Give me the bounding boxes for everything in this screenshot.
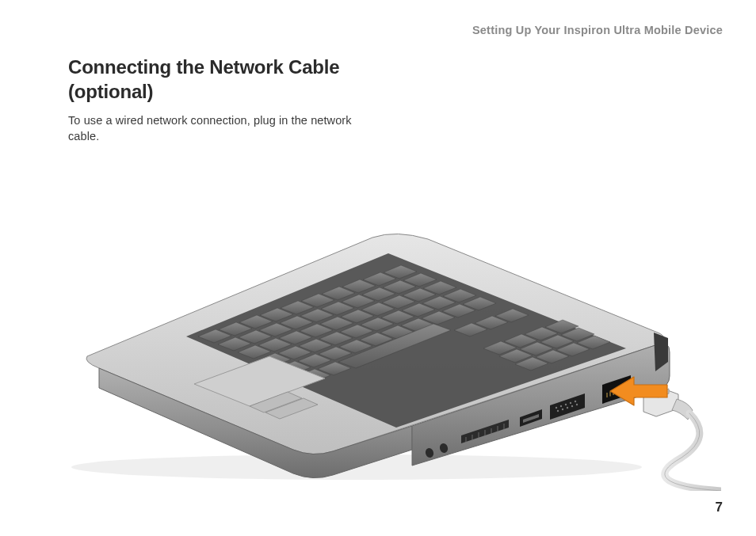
network-cable-icon (643, 389, 721, 491)
running-head: Setting Up Your Inspiron Ultra Mobile De… (472, 24, 723, 36)
svg-point-15 (571, 405, 573, 407)
svg-point-11 (575, 401, 576, 402)
svg-point-7 (556, 407, 557, 409)
svg-point-16 (576, 404, 578, 405)
svg-point-13 (562, 409, 563, 410)
section-body-text: To use a wired network connection, plug … (68, 112, 385, 145)
page-number: 7 (716, 500, 723, 515)
svg-point-14 (567, 407, 568, 409)
laptop-network-illustration (55, 230, 721, 491)
manual-page: Setting Up Your Inspiron Ultra Mobile De… (0, 0, 756, 536)
svg-point-12 (557, 410, 559, 412)
svg-point-8 (560, 405, 562, 407)
svg-point-9 (565, 404, 567, 405)
svg-point-10 (570, 402, 571, 404)
section-heading: Connecting the Network Cable (optional) (68, 55, 385, 104)
laptop-diagram-svg (55, 230, 721, 491)
